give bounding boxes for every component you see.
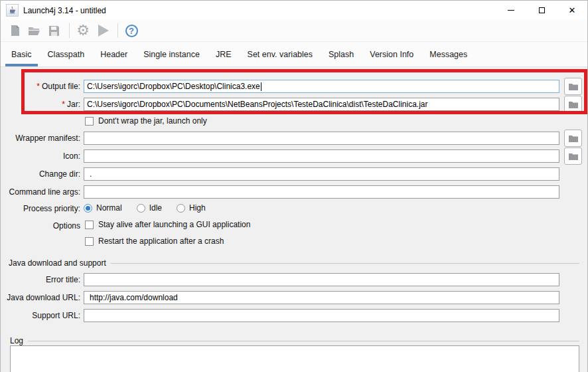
window-title: Launch4j 3.14 - untitled (23, 6, 106, 15)
folder-icon (569, 101, 578, 108)
title-bar: Launch4j 3.14 - untitled ✕ (1, 1, 587, 20)
dont-wrap-checkbox[interactable] (85, 117, 94, 126)
cmd-args-input[interactable] (84, 185, 559, 199)
cmd-args-label: Command line args: (1, 185, 80, 199)
folder-icon (569, 83, 578, 90)
java-download-url-label: Java download URL: (1, 291, 80, 304)
toolbar-separator (69, 23, 70, 38)
tab-set-env-variables[interactable]: Set env. variables (242, 42, 319, 66)
wrapper-manifest-input[interactable] (84, 132, 559, 145)
priority-normal-radio-row[interactable]: Normal (84, 203, 122, 213)
output-file-label: *Output file: (1, 80, 80, 93)
priority-high-label: High (189, 203, 206, 213)
tab-version-info[interactable]: Version Info (364, 42, 419, 66)
wrapper-manifest-label: Wrapper manifest: (1, 132, 80, 145)
stay-alive-checkbox-row[interactable]: Stay alive after launching a GUI applica… (85, 220, 250, 229)
toolbar-separator (117, 23, 118, 38)
jar-browse-button[interactable] (564, 96, 582, 113)
maximize-icon (539, 7, 545, 13)
java-cup-icon (6, 4, 19, 17)
required-marker: * (62, 100, 65, 109)
tab-classpath[interactable]: Classpath (42, 42, 91, 66)
priority-normal-radio[interactable] (84, 204, 92, 213)
help-button[interactable]: ? (123, 22, 140, 39)
support-url-input[interactable] (84, 309, 559, 322)
output-file-input[interactable]: C:\Users\igorc\Dropbox\PC\Desktop\Clinic… (84, 80, 559, 93)
error-title-input[interactable] (84, 273, 559, 286)
log-group-header: Log (10, 336, 579, 345)
jar-input[interactable]: C:\Users\igorc\Dropbox\PC\Documents\NetB… (84, 98, 559, 111)
java-download-group-title: Java download and support (9, 258, 106, 268)
priority-normal-label: Normal (96, 203, 122, 213)
minimize-button[interactable] (496, 1, 526, 20)
icon-input[interactable] (84, 149, 559, 163)
close-button[interactable]: ✕ (557, 1, 587, 20)
folder-icon (569, 135, 578, 142)
tab-jre[interactable]: JRE (210, 42, 238, 66)
close-icon: ✕ (569, 6, 576, 15)
minimize-icon (508, 10, 514, 11)
process-priority-label: Process priority: (1, 202, 80, 215)
maximize-button[interactable] (526, 1, 557, 20)
open-config-icon (28, 25, 41, 36)
group-separator-line (111, 263, 579, 264)
jar-label: *Jar: (1, 98, 80, 111)
priority-idle-radio[interactable] (137, 204, 145, 213)
launch4j-window: Launch4j 3.14 - untitled ✕ (0, 0, 588, 372)
tab-messages[interactable]: Messages (423, 42, 473, 66)
build-wrapper-gear-icon: ⚙ (76, 23, 90, 38)
required-marker: * (37, 82, 40, 91)
tab-splash[interactable]: Splash (323, 42, 360, 66)
new-config-button[interactable] (7, 22, 24, 39)
priority-high-radio[interactable] (177, 204, 185, 213)
options-label: Options (1, 219, 80, 232)
tab-header[interactable]: Header (94, 42, 133, 66)
stay-alive-label: Stay alive after launching a GUI applica… (98, 220, 250, 229)
open-config-button[interactable] (26, 22, 43, 39)
output-file-browse-button[interactable] (564, 78, 582, 95)
priority-high-radio-row[interactable]: High (177, 203, 206, 213)
tab-single-instance[interactable]: Single instance (137, 42, 206, 66)
toolbar: ⚙ ? (1, 20, 587, 42)
group-separator-line (28, 341, 579, 341)
build-wrapper-button[interactable]: ⚙ (74, 22, 92, 39)
dont-wrap-label: Dont't wrap the jar, launch only (98, 116, 207, 126)
java-download-group-header: Java download and support (9, 258, 579, 268)
stay-alive-checkbox[interactable] (85, 221, 94, 229)
change-dir-label: Change dir: (1, 167, 80, 181)
log-textarea[interactable] (10, 345, 579, 372)
save-config-icon (48, 25, 60, 37)
basic-tab-panel: *Output file: C:\Users\igorc\Dropbox\PC\… (1, 67, 587, 372)
icon-browse-button[interactable] (564, 147, 582, 165)
error-title-label: Error title: (1, 273, 80, 286)
change-dir-input[interactable]: . (84, 167, 559, 181)
dont-wrap-checkbox-row[interactable]: Dont't wrap the jar, launch only (85, 116, 207, 126)
folder-icon (569, 153, 578, 160)
restart-label: Restart the application after a crash (98, 236, 224, 246)
wrapper-manifest-browse-button[interactable] (564, 130, 582, 147)
restart-checkbox[interactable] (85, 237, 94, 246)
java-download-url-input[interactable]: http://java.com/download (84, 291, 559, 304)
text-caret (261, 82, 261, 91)
support-url-label: Support URL: (1, 309, 80, 322)
tab-basic[interactable]: Basic (5, 42, 38, 66)
help-icon: ? (125, 25, 138, 37)
tab-bar: Basic Classpath Header Single instance J… (1, 42, 587, 67)
test-wrapper-button[interactable] (94, 22, 111, 39)
priority-idle-radio-row[interactable]: Idle (137, 203, 162, 213)
save-config-button[interactable] (45, 22, 62, 39)
test-wrapper-play-icon (98, 25, 109, 37)
restart-checkbox-row[interactable]: Restart the application after a crash (85, 236, 224, 246)
icon-label: Icon: (1, 149, 80, 163)
window-controls: ✕ (496, 1, 587, 20)
new-config-icon (10, 25, 21, 37)
process-priority-radio-group: Normal Idle High (84, 203, 220, 213)
priority-idle-label: Idle (149, 203, 162, 213)
log-group-title: Log (10, 336, 23, 345)
